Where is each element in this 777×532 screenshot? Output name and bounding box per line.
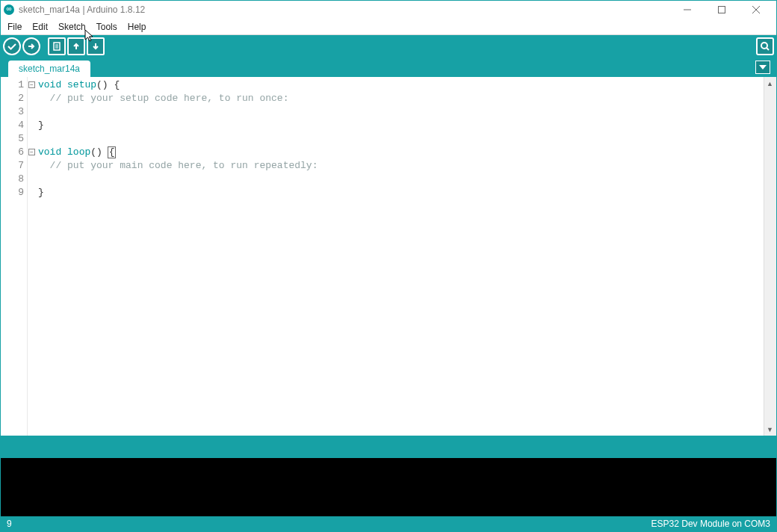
- console-output[interactable]: [1, 458, 776, 516]
- title-bar: sketch_mar14a | Arduino 1.8.12: [1, 1, 776, 19]
- code-line[interactable]: void loop() {: [38, 146, 764, 159]
- tab-sketch[interactable]: sketch_mar14a: [8, 61, 90, 77]
- menu-help[interactable]: Help: [123, 20, 152, 34]
- menu-tools[interactable]: Tools: [91, 20, 123, 34]
- vertical-scrollbar[interactable]: ▲ ▼: [764, 77, 776, 436]
- line-number: 1−: [1, 78, 27, 92]
- upload-button[interactable]: [22, 37, 40, 55]
- code-line[interactable]: [38, 132, 764, 146]
- svg-rect-1: [719, 7, 725, 13]
- open-sketch-button[interactable]: [67, 37, 85, 55]
- scroll-down-button[interactable]: ▼: [764, 423, 776, 436]
- scroll-up-button[interactable]: ▲: [764, 77, 776, 90]
- line-number: 4: [1, 119, 27, 132]
- code-line[interactable]: void setup() {: [38, 78, 764, 92]
- maximize-button[interactable]: [705, 1, 739, 19]
- line-number: 2: [1, 92, 27, 105]
- close-button[interactable]: [739, 1, 773, 19]
- code-line[interactable]: [38, 105, 764, 119]
- svg-line-9: [767, 48, 769, 50]
- code-line[interactable]: // put your setup code here, to run once…: [38, 92, 764, 105]
- menu-file[interactable]: File: [2, 20, 27, 34]
- footer-bar: 9 ESP32 Dev Module on COM3: [1, 516, 776, 531]
- code-line[interactable]: }: [38, 119, 764, 132]
- status-strip: [1, 436, 776, 458]
- line-number: 6−: [1, 146, 27, 159]
- menu-edit[interactable]: Edit: [27, 20, 53, 34]
- menu-sketch[interactable]: Sketch: [53, 20, 91, 34]
- menu-bar: File Edit Sketch Tools Help: [1, 19, 776, 35]
- line-number: 3: [1, 105, 27, 119]
- code-area[interactable]: void setup() { // put your setup code he…: [28, 77, 764, 436]
- line-number: 8: [1, 173, 27, 186]
- code-line[interactable]: }: [38, 186, 764, 200]
- arduino-logo-icon: [4, 4, 14, 15]
- svg-point-8: [761, 43, 767, 49]
- serial-monitor-button[interactable]: [756, 37, 774, 55]
- code-line[interactable]: // put your main code here, to run repea…: [38, 159, 764, 173]
- tab-menu-button[interactable]: [755, 61, 770, 74]
- board-port-label: ESP32 Dev Module on COM3: [651, 519, 770, 529]
- verify-button[interactable]: [3, 37, 21, 55]
- code-line[interactable]: [38, 173, 764, 186]
- line-number: 7: [1, 159, 27, 173]
- line-number: 5: [1, 132, 27, 146]
- window-title: sketch_mar14a | Arduino 1.8.12: [19, 4, 145, 15]
- line-number-gutter: 1−23456−789: [1, 77, 28, 436]
- line-number: 9: [1, 186, 27, 200]
- line-indicator: 9: [7, 519, 12, 529]
- minimize-button[interactable]: [670, 1, 705, 19]
- tab-bar: sketch_mar14a: [1, 58, 776, 77]
- save-sketch-button[interactable]: [87, 37, 105, 55]
- toolbar: [1, 35, 776, 58]
- code-editor[interactable]: 1−23456−789 void setup() { // put your s…: [1, 77, 776, 436]
- new-sketch-button[interactable]: [48, 37, 66, 55]
